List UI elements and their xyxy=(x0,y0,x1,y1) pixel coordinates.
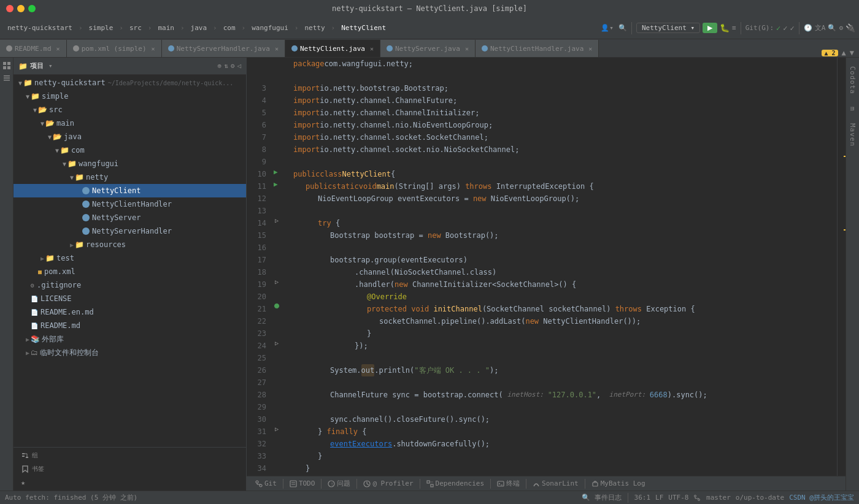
tree-item-readme[interactable]: 📄 README.md xyxy=(13,319,246,332)
tab-readme-close[interactable]: ✕ xyxy=(56,45,60,52)
sidebar-git-icon[interactable]: 组 xyxy=(18,450,40,461)
clock-icon[interactable]: 🕐 xyxy=(804,24,812,32)
tab-server-handler[interactable]: NettyServerHandler.java ✕ xyxy=(162,40,285,57)
tree-item-simple[interactable]: ▼ 📁 simple xyxy=(13,90,246,103)
tree-item-pom[interactable]: ■ pom.xml xyxy=(13,265,246,278)
toolbar-search-icon[interactable]: 🔍 xyxy=(618,24,627,32)
project-view-icon[interactable] xyxy=(1,60,12,71)
tree-item-com[interactable]: ▼ 📁 com xyxy=(13,143,246,157)
tree-item-nettyserverhandler[interactable]: NettyServerHandler xyxy=(13,224,246,238)
sidebar-bookmarks-icon[interactable]: 书签 xyxy=(18,464,47,475)
breadcrumb-com[interactable]: com xyxy=(220,23,239,33)
tab-server-close[interactable]: ✕ xyxy=(465,45,469,52)
run-arrow-10[interactable]: ▶ xyxy=(274,168,278,176)
tree-item-external-libs[interactable]: ▶ 📚 外部库 xyxy=(13,332,246,346)
minimize-button[interactable] xyxy=(17,5,25,12)
tree-item-scratch[interactable]: ▶ 🗂 临时文件和控制台 xyxy=(13,346,246,359)
run-arrow-11[interactable]: ▶ xyxy=(274,180,278,188)
tree-item-test[interactable]: ▶ 📁 test xyxy=(13,251,246,265)
tree-item-gitignore[interactable]: ⚙ .gitignore xyxy=(13,278,246,292)
right-panel-maven[interactable]: Maven xyxy=(849,123,857,147)
breadcrumb-src[interactable]: src xyxy=(126,23,145,33)
tree-item-license[interactable]: 📄 LICENSE xyxy=(13,292,246,305)
sidebar-gear-icon[interactable]: ⚙ xyxy=(231,62,235,70)
tree-item-nettyclienthandler[interactable]: NettyClientHandler xyxy=(13,197,246,211)
code-line-24: }); xyxy=(293,340,832,352)
tree-item-resources[interactable]: ▶ 📁 resources xyxy=(13,238,246,251)
right-panel-m[interactable]: m xyxy=(849,107,857,112)
debug-button[interactable]: 🐛 xyxy=(720,23,730,32)
git-check1[interactable]: ✓ xyxy=(776,24,780,32)
problem-tool[interactable]: ! 问题 xyxy=(324,476,354,491)
search-events-icon[interactable]: 🔍 事件日志 xyxy=(582,493,622,502)
tree-item-netty[interactable]: ▼ 📁 netty xyxy=(13,170,246,184)
todo-tool[interactable]: TODO xyxy=(286,476,319,491)
git-tool[interactable]: Git xyxy=(252,476,280,491)
left-sidebar-icons xyxy=(0,58,13,491)
breadcrumb-file[interactable]: NettyClient xyxy=(337,23,390,33)
sonar-tool[interactable]: SonarLint xyxy=(529,476,582,491)
dependencies-tool[interactable]: Dependencies xyxy=(423,476,488,491)
structure-icon[interactable] xyxy=(1,72,12,83)
breakpoint-21[interactable] xyxy=(274,303,280,309)
tab-client[interactable]: NettyClient.java ✕ xyxy=(285,40,380,57)
maximize-button[interactable] xyxy=(28,5,36,12)
terminal-tool[interactable]: 终端 xyxy=(493,476,523,491)
tab-client-close[interactable]: ✕ xyxy=(370,45,374,52)
sidebar-dropdown-icon[interactable]: ▾ xyxy=(48,62,53,70)
settings-icon[interactable]: ⚙ xyxy=(839,24,843,32)
tab-server[interactable]: NettyServer.java ✕ xyxy=(380,40,476,57)
tab-bar: README.md ✕ pom.xml (simple) ✕ NettyServ… xyxy=(0,39,859,58)
toolbar-user-icon[interactable]: 👤▾ xyxy=(601,24,614,32)
search-icon[interactable]: 🔍 xyxy=(828,24,836,32)
warning-badge[interactable]: ▲ 2 xyxy=(822,50,838,56)
mybatis-tool[interactable]: MyBatis Log xyxy=(588,476,649,491)
tab-clienthandler-close[interactable]: ✕ xyxy=(588,45,592,52)
tree-item-nettyclient[interactable]: NettyClient xyxy=(13,184,246,197)
plug-icon[interactable]: 🔌 xyxy=(846,23,855,32)
right-panel-codota[interactable]: Codota xyxy=(849,66,857,94)
sidebar-header-label: 项目 xyxy=(30,61,44,71)
tab-client-handler[interactable]: NettyClientHandler.java ✕ xyxy=(476,40,599,57)
tab-serverhandler-close[interactable]: ✕ xyxy=(275,45,279,52)
tree-item-java[interactable]: ▼ 📂 java xyxy=(13,130,246,143)
git-label[interactable]: Git(G): xyxy=(745,24,774,32)
translate-icon[interactable]: 文A xyxy=(815,23,826,32)
line-ending[interactable]: LF xyxy=(655,494,663,502)
breadcrumb-root[interactable]: netty-quickstart xyxy=(4,23,76,33)
coverage-button[interactable]: ≡ xyxy=(732,24,736,32)
tab-pom[interactable]: pom.xml (simple) ✕ xyxy=(67,40,162,57)
git-check3[interactable]: ✓ xyxy=(790,24,795,32)
code-editor[interactable]: package com.wangfugui.netty; import io.n… xyxy=(288,58,837,476)
tree-item-netty-quickstart[interactable]: ▼ 📁 netty-quickstart ~/IdeaProjects/demo… xyxy=(13,76,246,90)
breadcrumb-netty[interactable]: netty xyxy=(301,23,328,33)
encoding[interactable]: UTF-8 xyxy=(668,494,688,502)
code-line-23: } xyxy=(293,327,832,340)
tree-item-wangfugui[interactable]: ▼ 📁 wangfugui xyxy=(13,157,246,170)
sidebar-sort-icon[interactable]: ⇅ xyxy=(224,62,228,70)
tab-options-icon[interactable]: ▼ xyxy=(850,48,854,57)
breadcrumb-simple[interactable]: simple xyxy=(85,23,117,33)
tree-item-readme-en[interactable]: 📄 README.en.md xyxy=(13,305,246,319)
tab-expand-icon[interactable]: ▲ xyxy=(842,48,846,57)
cursor-position[interactable]: 36:1 xyxy=(634,494,651,502)
tree-item-src[interactable]: ▼ 📂 src xyxy=(13,103,246,116)
tab-pom-close[interactable]: ✕ xyxy=(152,45,155,52)
breadcrumb-java[interactable]: java xyxy=(187,23,211,33)
sidebar-collapse-icon[interactable]: ◁ xyxy=(237,62,241,70)
close-button[interactable] xyxy=(6,5,13,12)
tree-item-nettyserver[interactable]: NettyServer xyxy=(13,211,246,224)
dep-tool-icon xyxy=(426,480,434,487)
git-branch[interactable]: master xyxy=(693,494,730,502)
tab-readme[interactable]: README.md ✕ xyxy=(0,40,67,57)
sidebar-add-icon[interactable]: ⊕ xyxy=(218,62,222,70)
breadcrumb-main[interactable]: main xyxy=(154,23,178,33)
breadcrumb-wangfugui[interactable]: wangfugui xyxy=(248,23,292,33)
code-line-13 xyxy=(293,205,832,217)
sidebar-star-icon[interactable]: ★ xyxy=(18,477,28,488)
profiler-tool[interactable]: @ Profiler xyxy=(360,476,417,491)
run-button[interactable]: ▶ xyxy=(703,23,717,33)
git-check2[interactable]: ✓ xyxy=(783,24,787,32)
tree-item-main[interactable]: ▼ 📂 main xyxy=(13,116,246,130)
run-config-selector[interactable]: NettyClient ▾ xyxy=(636,23,700,33)
